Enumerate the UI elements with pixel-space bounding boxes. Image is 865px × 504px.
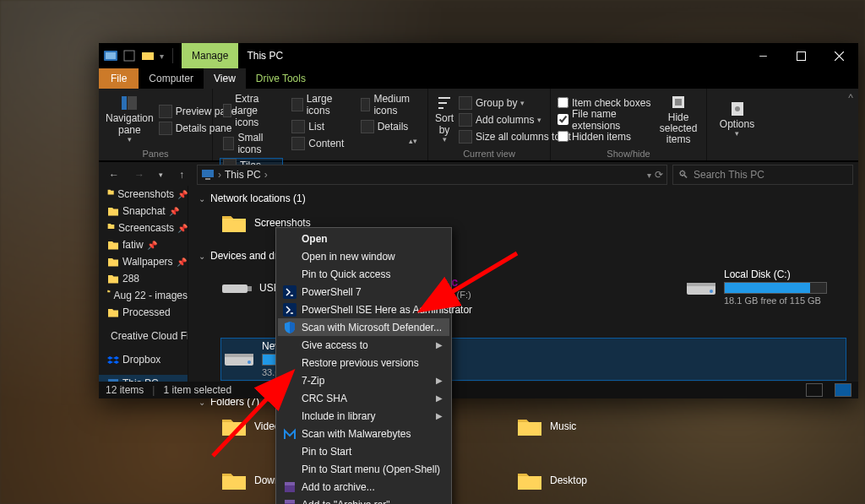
submenu-arrow-icon: ▶ xyxy=(436,393,443,403)
tree-node[interactable]: Screenshots📌 xyxy=(99,186,188,203)
window-title: This PC xyxy=(238,43,291,68)
menu-label: Add to "Archive.rar" xyxy=(302,499,390,505)
section-network[interactable]: ⌄Network locations (1) xyxy=(188,186,858,208)
tree-label: 288 xyxy=(122,273,139,285)
svg-rect-26 xyxy=(225,354,253,357)
menu-item[interactable]: Add to archive... xyxy=(278,478,449,496)
nav-tree[interactable]: Screenshots📌Snapchat📌Screencasts📌fatiw📌W… xyxy=(99,186,188,382)
tree-node[interactable]: This PC xyxy=(99,375,188,382)
menu-item[interactable]: Give access to▶ xyxy=(278,336,449,354)
breadcrumb[interactable]: This PC xyxy=(225,169,261,181)
tree-label: Processed xyxy=(122,306,171,318)
tree-node[interactable]: 288 xyxy=(99,270,188,287)
shield-icon xyxy=(283,321,296,334)
refresh-icon[interactable]: ⟳ xyxy=(655,169,663,181)
address-dropdown-icon[interactable]: ▾ xyxy=(647,171,651,180)
menu-label: Restore previous versions xyxy=(302,357,419,369)
menu-item[interactable]: CRC SHA▶ xyxy=(278,389,449,407)
tree-node[interactable]: Processed xyxy=(99,304,188,321)
menu-item[interactable]: Scan with Malwarebytes xyxy=(278,425,449,442)
tree-node[interactable]: Wallpapers📌 xyxy=(99,253,188,270)
ribbon-tab-drivetools[interactable]: Drive Tools xyxy=(246,68,316,89)
menu-item[interactable]: Pin to Start menu (Open-Shell) xyxy=(278,460,449,478)
menu-item[interactable]: Pin to Quick access xyxy=(278,265,449,283)
ribbon-tab-view[interactable]: View xyxy=(204,68,246,89)
menu-label: Include in library xyxy=(302,410,375,422)
layout-small[interactable]: Small icons xyxy=(220,131,283,156)
ribbon-tab-computer[interactable]: Computer xyxy=(139,68,204,89)
menu-item[interactable]: Restore previous versions xyxy=(278,354,449,371)
address-bar[interactable]: › This PC › ▾ ⟳ xyxy=(197,165,667,185)
folder-item[interactable]: Music xyxy=(516,415,668,438)
menu-label: PowerShell 7 xyxy=(302,286,362,298)
tree-node[interactable]: Aug 22 - images xyxy=(99,287,188,304)
hide-selected-button[interactable]: Hide selected items xyxy=(657,92,699,147)
layout-large[interactable]: Large icons xyxy=(288,92,351,117)
back-button[interactable]: ← xyxy=(104,165,124,185)
menu-label: Scan with Malwarebytes xyxy=(302,428,411,440)
menu-item[interactable]: Scan with Microsoft Defender... xyxy=(278,318,449,336)
layout-medium[interactable]: Medium icons xyxy=(357,92,421,117)
tree-label: fatiw xyxy=(122,239,144,251)
menu-item[interactable]: Pin to Start xyxy=(278,442,449,460)
layout-extra-large[interactable]: Extra large icons xyxy=(220,92,283,129)
folder-icon xyxy=(107,239,119,251)
forward-button[interactable]: → xyxy=(129,165,150,185)
layout-more[interactable]: ▴▾ xyxy=(357,136,421,146)
maximize-button[interactable] xyxy=(782,43,820,68)
folder-icon xyxy=(107,188,114,200)
menu-label: Scan with Microsoft Defender... xyxy=(302,322,442,333)
file-tab[interactable]: File xyxy=(99,68,139,89)
tree-node[interactable]: Creative Cloud Fil xyxy=(99,328,188,344)
folder-icon xyxy=(107,306,119,318)
layout-content[interactable]: Content xyxy=(288,136,351,151)
tree-label: Wallpapers xyxy=(122,256,173,268)
menu-label: CRC SHA xyxy=(302,393,347,404)
status-count: 12 items xyxy=(106,384,144,396)
close-button[interactable] xyxy=(820,43,858,68)
tree-label: Dropbox xyxy=(122,354,160,366)
menu-item[interactable]: Open xyxy=(278,230,449,247)
up-button[interactable]: ↑ xyxy=(171,165,192,185)
menu-label: Open xyxy=(302,233,328,245)
sortby-button[interactable]: Sort by▾ xyxy=(435,92,454,147)
drive-icon xyxy=(220,276,253,300)
minimize-button[interactable]: ─ xyxy=(744,43,782,68)
options-button[interactable]: Options▾ xyxy=(714,92,760,147)
tree-node[interactable]: Snapchat📌 xyxy=(99,203,188,219)
search-icon: 🔍︎ xyxy=(678,169,688,181)
menu-item[interactable]: 7-Zip▶ xyxy=(278,371,449,389)
qat-new-folder-icon[interactable] xyxy=(141,49,155,62)
collapse-ribbon-icon[interactable]: ^ xyxy=(848,92,853,104)
drive-item[interactable]: Local Disk (C:)18.1 GB free of 115 GB xyxy=(685,268,837,307)
view-tiles-icon[interactable] xyxy=(835,383,851,397)
svg-rect-31 xyxy=(285,482,295,485)
layout-list[interactable]: List xyxy=(288,119,351,134)
menu-item[interactable]: Include in library▶ xyxy=(278,407,449,425)
tree-node[interactable]: Screencasts📌 xyxy=(99,219,188,236)
layout-details[interactable]: Details xyxy=(357,119,421,134)
view-details-icon[interactable] xyxy=(806,383,823,397)
folder-icon xyxy=(220,211,248,235)
menu-item[interactable]: PowerShell ISE Here as Administrator xyxy=(278,301,449,318)
svg-rect-33 xyxy=(285,500,295,503)
folder-icon xyxy=(516,469,543,492)
hidden-items-toggle[interactable]: Hidden items xyxy=(558,129,652,144)
menu-item[interactable]: Add to "Archive.rar" xyxy=(278,496,449,504)
folder-item[interactable]: Desktop xyxy=(516,469,668,492)
svg-rect-11 xyxy=(202,170,214,177)
search-input[interactable]: 🔍︎ Search This PC xyxy=(672,165,853,185)
file-ext-toggle[interactable]: File name extensions xyxy=(558,112,652,127)
qat-chevron-icon[interactable]: ▾ xyxy=(160,51,164,61)
qat-properties-icon[interactable] xyxy=(122,49,136,62)
tree-node[interactable]: fatiw📌 xyxy=(99,236,188,253)
menu-item[interactable]: PowerShell 7▶ xyxy=(278,283,449,301)
navigation-pane-button[interactable]: Navigation pane ▾ xyxy=(106,92,154,147)
tree-node[interactable]: Dropbox xyxy=(99,351,188,368)
drive-icon xyxy=(685,276,717,300)
chevron-down-icon: ⌄ xyxy=(199,252,205,261)
recent-dropdown[interactable]: ▾ xyxy=(155,165,166,185)
menu-item[interactable]: Open in new window xyxy=(278,247,449,265)
ribbon-tabs: File Computer View Drive Tools xyxy=(99,68,858,89)
submenu-arrow-icon: ▶ xyxy=(436,340,443,350)
